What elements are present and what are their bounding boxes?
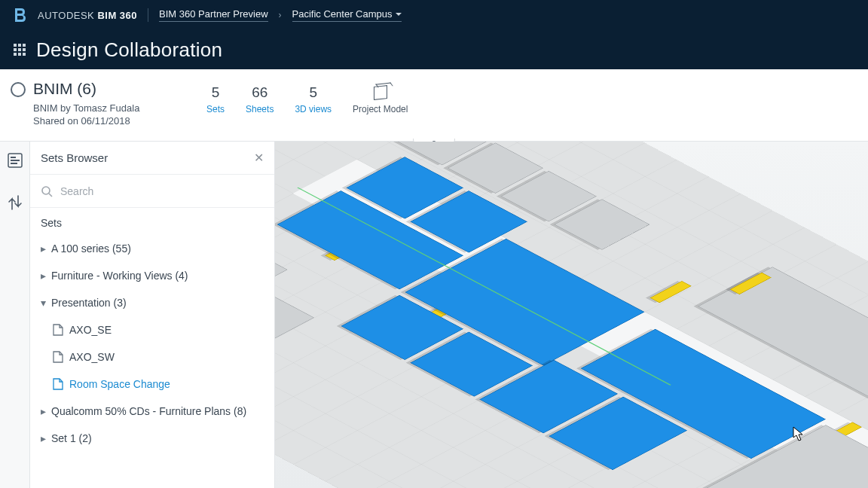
- sets-heading: Sets: [30, 208, 274, 235]
- search-icon: [41, 185, 53, 197]
- search-input[interactable]: [60, 185, 264, 197]
- tree-leaf-axo-se[interactable]: AXO_SE: [30, 316, 274, 343]
- stat-project-model-label: Project Model: [353, 104, 408, 114]
- caret-right-icon: ▸: [41, 270, 47, 282]
- close-panel-button[interactable]: ✕: [254, 151, 264, 165]
- divider: [148, 8, 148, 22]
- brand-label: AUTODESK BIM 360: [38, 10, 137, 21]
- changes-rail-button[interactable]: [5, 193, 25, 212]
- tree-leaf-room-space-change[interactable]: Room Space Change: [30, 371, 274, 398]
- left-rail: [0, 142, 30, 488]
- svg-rect-3: [11, 163, 17, 164]
- status-circle-icon: [11, 82, 26, 97]
- caret-down-icon: ▾: [41, 297, 47, 309]
- svg-rect-2: [11, 160, 20, 161]
- stat-sheets-label[interactable]: Sheets: [246, 104, 274, 114]
- sheet-icon: [53, 351, 63, 363]
- stat-sheets-value: 66: [246, 84, 274, 101]
- package-shared-date: Shared on 06/11/2018: [33, 115, 184, 127]
- tree-furniture-working-views[interactable]: ▸ Furniture - Working Views (4): [30, 262, 274, 289]
- model-viewer[interactable]: [275, 142, 868, 488]
- module-switcher-icon[interactable]: [14, 44, 26, 56]
- panel-title: Sets Browser: [41, 151, 108, 164]
- tree-set-1[interactable]: ▸ Set 1 (2): [30, 425, 274, 452]
- stat-sets-value: 5: [206, 84, 225, 101]
- stat-sets-label[interactable]: Sets: [206, 104, 225, 114]
- breadcrumb-separator: ›: [279, 10, 282, 20]
- tree-item-label: Room Space Change: [69, 378, 170, 390]
- tree-item-label: Qualcomm 50% CDs - Furniture Plans (8): [51, 405, 246, 417]
- svg-line-5: [49, 194, 52, 197]
- main-area: Sets Browser ✕ Sets ▸ A 100 series (55) …: [0, 142, 868, 488]
- breadcrumb-project-label: Pacific Center Campus: [292, 8, 393, 20]
- sets-browser-panel: Sets Browser ✕ Sets ▸ A 100 series (55) …: [30, 142, 275, 488]
- stat-3dviews-value: 5: [295, 84, 332, 101]
- tree-presentation[interactable]: ▾ Presentation (3): [30, 289, 274, 316]
- svg-rect-1: [11, 157, 16, 158]
- tree-item-label: Presentation (3): [51, 297, 127, 309]
- caret-right-icon: ▸: [41, 242, 47, 255]
- tree-item-label: AXO_SE: [69, 324, 112, 336]
- bim360-logo-icon: [14, 7, 27, 23]
- package-header: BNIM (6) BNIM by Tomasz Fudala Shared on…: [0, 69, 868, 142]
- tree-leaf-axo-sw[interactable]: AXO_SW: [30, 343, 274, 371]
- package-author: BNIM by Tomasz Fudala: [33, 102, 184, 114]
- cursor-icon: [793, 426, 805, 441]
- sets-browser-rail-button[interactable]: [5, 151, 25, 170]
- tree-item-label: A 100 series (55): [51, 242, 131, 255]
- caret-right-icon: ▸: [41, 405, 47, 417]
- sheet-icon: [53, 378, 63, 390]
- breadcrumb-partner[interactable]: BIM 360 Partner Preview: [159, 8, 268, 22]
- stat-3dviews-label[interactable]: 3D views: [295, 104, 332, 114]
- svg-point-4: [42, 187, 50, 194]
- tree-a100-series[interactable]: ▸ A 100 series (55): [30, 235, 274, 262]
- tree-item-label: Furniture - Working Views (4): [51, 270, 188, 282]
- chevron-down-icon: [396, 13, 402, 16]
- top-bar: AUTODESK BIM 360 BIM 360 Partner Preview…: [0, 0, 868, 69]
- tree-item-label: Set 1 (2): [51, 432, 92, 444]
- tree-qualcomm-furniture-plans[interactable]: ▸ Qualcomm 50% CDs - Furniture Plans (8): [30, 398, 274, 425]
- project-model-icon: [374, 85, 387, 100]
- breadcrumb-project[interactable]: Pacific Center Campus: [292, 8, 402, 22]
- iso-scene: [275, 142, 868, 488]
- module-title: Design Collaboration: [36, 38, 222, 62]
- sheet-icon: [53, 324, 63, 336]
- package-title: BNIM (6): [33, 80, 184, 98]
- caret-right-icon: ▸: [41, 432, 47, 444]
- tree-item-label: AXO_SW: [69, 351, 115, 363]
